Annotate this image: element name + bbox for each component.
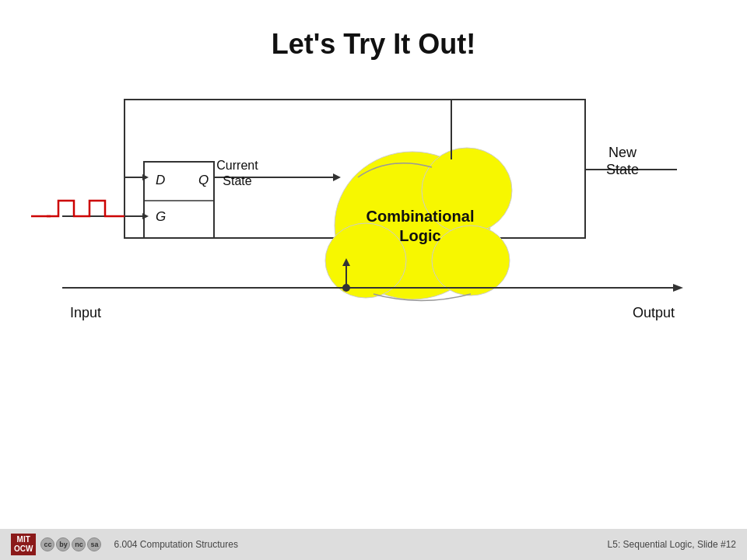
by-icon: by [56, 537, 70, 551]
ff-d-label: D [156, 173, 165, 187]
course-label: 6.004 Computation Structures [114, 539, 237, 550]
cc-icon: cc [40, 537, 54, 551]
new-state-label-line1: New [608, 145, 637, 160]
current-state-label-line1: Current [216, 159, 258, 172]
nc-icon: nc [72, 537, 86, 551]
current-state-label-line2: State [223, 174, 251, 187]
sa-icon: sa [87, 537, 101, 551]
slide-title: Let's Try It Out! [0, 0, 747, 61]
comb-logic-text-line1: Combinational [366, 208, 475, 225]
svg-marker-10 [333, 173, 341, 181]
comb-logic-text-line2: Logic [399, 227, 440, 244]
cc-badges: cc by nc sa [40, 537, 101, 551]
mit-ocw-badge: MIT OCW [11, 534, 36, 555]
clock-signal [47, 201, 124, 216]
slide-info: L5: Sequential Logic, Slide #12 [608, 539, 736, 550]
input-label: Input [70, 305, 101, 320]
footer: MIT OCW cc by nc sa 6.004 Computation St… [0, 529, 747, 560]
slide: Let's Try It Out! D Q G [0, 0, 747, 560]
ff-q-label: Q [198, 173, 209, 187]
ff-g-label: G [156, 209, 166, 224]
footer-left: MIT OCW cc by nc sa 6.004 Computation St… [11, 534, 238, 555]
svg-point-13 [325, 223, 406, 298]
output-label: Output [633, 305, 675, 320]
new-state-label-line2: State [606, 162, 639, 177]
svg-point-14 [432, 226, 510, 296]
diagram-svg: D Q G Current State Combinational L [0, 86, 747, 381]
svg-marker-17 [673, 284, 683, 292]
